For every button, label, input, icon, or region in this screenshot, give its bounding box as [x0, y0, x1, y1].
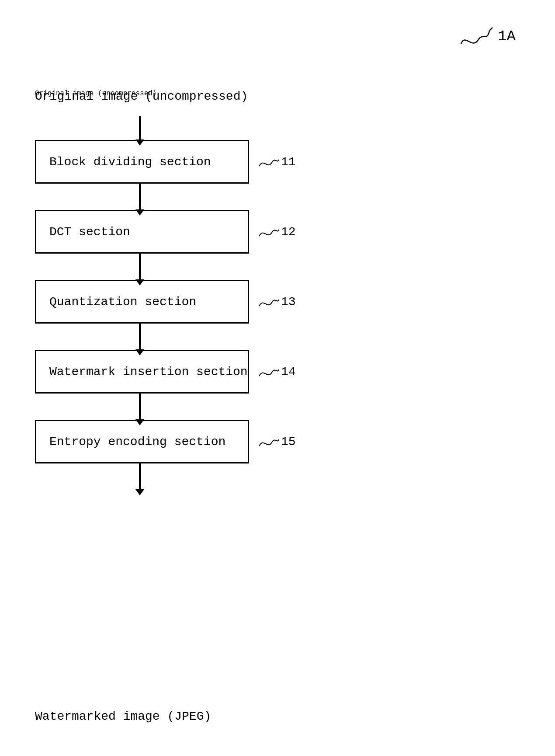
- figure-label-area: 1A: [457, 24, 516, 48]
- arrow-2: [139, 184, 141, 210]
- arrow-5: [139, 394, 141, 420]
- dct-ref: 12: [257, 225, 296, 239]
- arrow-1: [139, 116, 141, 140]
- block-dividing-section: Block dividing section: [35, 140, 249, 184]
- arrow-6: [139, 463, 141, 490]
- entropy-ref: 15: [257, 435, 296, 449]
- dct-row: DCT section 12: [35, 210, 296, 254]
- arrow-3: [139, 254, 141, 280]
- squiggle-15-icon: [257, 435, 281, 448]
- output-label: Watermarked image (JPEG): [35, 710, 211, 723]
- svg-line-0: [489, 28, 493, 31]
- squiggle-12-icon: [257, 225, 281, 238]
- quantization-ref: 13: [257, 295, 296, 309]
- block-dividing-ref: 11: [257, 155, 296, 169]
- squiggle-arrow-icon: [457, 24, 496, 48]
- entropy-row: Entropy encoding section 15: [35, 420, 296, 463]
- arrow-4: [139, 324, 141, 350]
- watermark-insertion-section: Watermark insertion section: [35, 350, 249, 394]
- dct-section: DCT section: [35, 210, 249, 254]
- squiggle-11-icon: [257, 155, 281, 168]
- watermark-ref: 14: [257, 365, 296, 379]
- quantization-section: Quantization section: [35, 280, 249, 324]
- input-label: Original image (uncompressed): [35, 90, 248, 103]
- figure-label: 1A: [498, 28, 516, 45]
- watermark-row: Watermark insertion section 14: [35, 350, 296, 394]
- diagram-container: 1A Original image (uncompressed) Block d…: [0, 0, 555, 756]
- block-dividing-row: Block dividing section 11: [35, 140, 296, 184]
- quantization-row: Quantization section 13: [35, 280, 296, 324]
- squiggle-13-icon: [257, 295, 281, 308]
- squiggle-14-icon: [257, 365, 281, 378]
- entropy-encoding-section: Entropy encoding section: [35, 420, 249, 463]
